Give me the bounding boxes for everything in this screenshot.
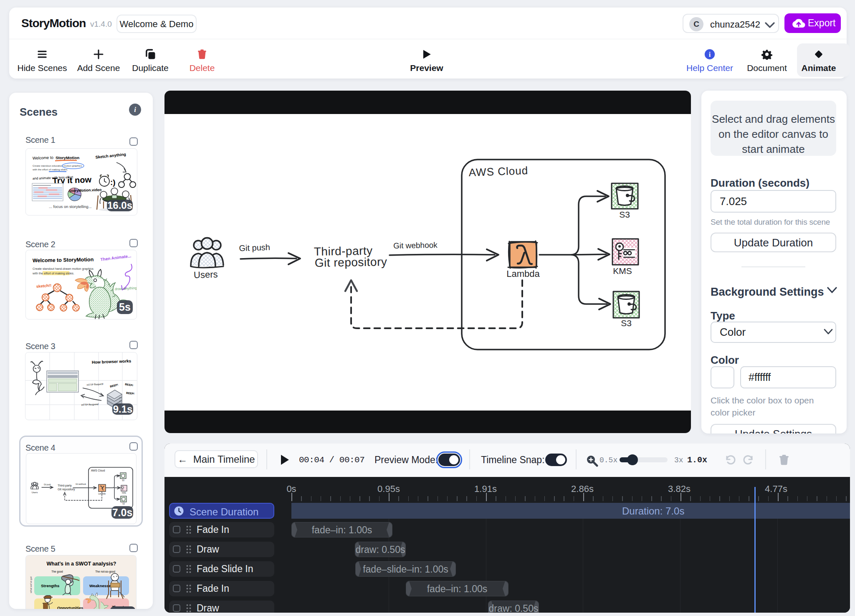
svg-text:How browser works: How browser works: [92, 359, 132, 365]
svg-text:Git push: Git push: [44, 484, 51, 486]
svg-text:KMS: KMS: [122, 492, 126, 494]
svg-text:Git push: Git push: [239, 243, 270, 253]
svg-text:Opportunities: Opportunities: [57, 606, 83, 609]
svg-text:Users: Users: [194, 269, 218, 280]
svg-text:Git webhook: Git webhook: [76, 483, 86, 485]
svg-text:Weaknesses: Weaknesses: [89, 583, 113, 588]
svg-text:Git repository: Git repository: [315, 255, 387, 269]
svg-text:Welcome to StoryMotion: Welcome to StoryMotion: [33, 256, 94, 264]
svg-text:Sketch anything: Sketch anything: [95, 152, 126, 160]
svg-text:Then Animate...: Then Animate...: [100, 253, 132, 262]
svg-text:Git repository: Git repository: [58, 488, 75, 491]
svg-text:... focus on storytelling...: ... focus on storytelling...: [49, 204, 91, 209]
svg-text:BEEP!: BEEP!: [125, 383, 134, 387]
svg-text:HTTP Request: HTTP Request: [87, 383, 104, 386]
svg-text:The not-so-good: The not-so-good: [95, 570, 115, 573]
svg-text:What’s in a SWOT analysis?: What’s in a SWOT analysis?: [47, 561, 116, 567]
svg-text::): :): [110, 178, 116, 187]
svg-text:S3: S3: [619, 210, 630, 219]
svg-text:HTTP Respond: HTTP Respond: [81, 403, 99, 406]
svg-text:BEEP!: BEEP!: [110, 383, 119, 388]
svg-text:draw anything~: draw anything~: [115, 286, 137, 291]
svg-text:AWS Cloud: AWS Cloud: [91, 469, 105, 472]
svg-text:StoryMotion: StoryMotion: [56, 155, 79, 160]
svg-text:sketch!!: sketch!!: [36, 283, 51, 289]
svg-text:Welcome to: Welcome to: [33, 155, 53, 160]
svg-text:The good: The good: [51, 570, 63, 573]
svg-text:Third-party: Third-party: [58, 484, 72, 487]
svg-text:Create standout education moti: Create standout education motion graphic…: [33, 164, 82, 167]
svg-text:with the effort of making slid: with the effort of making slides.: [32, 168, 68, 171]
svg-text:StoryMotion.video: StoryMotion.video: [69, 188, 102, 193]
svg-text:Create standout hand-drawn mot: Create standout hand-drawn motion graphi…: [33, 267, 94, 271]
svg-text:Users: Users: [32, 491, 38, 494]
svg-text:KMS: KMS: [613, 266, 632, 276]
svg-text:S3: S3: [122, 503, 125, 505]
svg-text:with the effort of making slid: with the effort of making slides.: [32, 271, 74, 275]
svg-text:S3: S3: [621, 318, 632, 328]
svg-text:Strengths: Strengths: [41, 583, 59, 588]
svg-text:Lambda: Lambda: [506, 269, 540, 279]
svg-text:S3: S3: [122, 479, 124, 482]
svg-text:Lambda: Lambda: [98, 493, 106, 495]
svg-text:BEEP!: BEEP!: [126, 391, 134, 395]
svg-text:what we’ve got: what we’ve got: [30, 576, 32, 593]
svg-text:AWS Cloud: AWS Cloud: [468, 164, 528, 179]
svg-text:i: i: [709, 51, 711, 58]
svg-text:Git webhook: Git webhook: [393, 241, 438, 250]
